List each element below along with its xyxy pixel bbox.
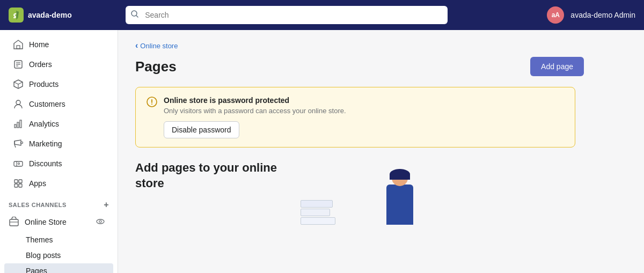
- sidebar-label-home: Home: [29, 40, 49, 49]
- sidebar-item-customers[interactable]: Customers: [4, 94, 113, 114]
- admin-name: avada-demo Admin: [570, 11, 635, 19]
- search-bar[interactable]: [126, 6, 448, 24]
- breadcrumb-label: Online store: [140, 42, 178, 50]
- sidebar-item-discounts[interactable]: Discounts: [4, 154, 113, 173]
- main-layout: Home Orders Products Customers Analytics: [0, 30, 644, 273]
- warning-description: Only visitors with a password can access…: [164, 107, 564, 115]
- customers-icon: [13, 99, 24, 109]
- warning-icon: [147, 97, 157, 110]
- sidebar-item-marketing[interactable]: Marketing: [4, 134, 113, 153]
- sidebar-label-products: Products: [29, 80, 58, 88]
- add-pages-heading: Add pages to your online store: [135, 160, 277, 191]
- marketing-icon: [13, 138, 24, 149]
- svg-point-17: [21, 142, 23, 144]
- sidebar-label-apps: Apps: [29, 179, 46, 188]
- sidebar-item-apps[interactable]: Apps: [4, 174, 113, 193]
- svg-point-20: [18, 163, 20, 165]
- online-store-sub-items: Themes Blog posts Pages Navigation Domai…: [0, 232, 118, 273]
- svg-rect-25: [10, 219, 18, 226]
- svg-rect-13: [17, 122, 19, 128]
- breadcrumb[interactable]: ‹ Online store: [135, 41, 584, 50]
- sidebar-item-products[interactable]: Products: [4, 75, 113, 94]
- svg-line-10: [18, 82, 23, 84]
- sidebar-subitem-blog-posts[interactable]: Blog posts: [4, 248, 113, 263]
- sidebar-item-online-store[interactable]: Online Store: [4, 212, 113, 232]
- svg-rect-23: [14, 184, 18, 187]
- home-icon: [13, 39, 24, 50]
- svg-rect-14: [20, 120, 21, 128]
- svg-point-27: [97, 219, 104, 224]
- sidebar-subitem-pages[interactable]: Pages: [4, 263, 113, 273]
- svg-line-9: [14, 82, 18, 84]
- main-content-area: ‹ Online store Pages Add page Onli: [118, 30, 644, 273]
- svg-point-31: [151, 104, 152, 105]
- sidebar-label-analytics: Analytics: [29, 120, 59, 128]
- password-warning-banner: Online store is password protected Only …: [135, 87, 575, 147]
- shopify-logo-icon: [9, 8, 24, 23]
- sidebar-subitem-themes[interactable]: Themes: [4, 232, 113, 247]
- apps-icon: [13, 178, 24, 189]
- brand-name: avada-demo: [28, 11, 72, 19]
- search-input[interactable]: [126, 6, 448, 24]
- top-header: avada-demo aA avada-demo Admin: [0, 0, 644, 30]
- warning-title: Online store is password protected: [164, 96, 564, 105]
- chevron-left-icon: ‹: [135, 41, 138, 50]
- svg-marker-15: [14, 140, 21, 145]
- sidebar-label-marketing: Marketing: [29, 139, 62, 148]
- sidebar-item-home[interactable]: Home: [4, 35, 113, 54]
- disable-password-button[interactable]: Disable password: [164, 121, 239, 138]
- sales-channels-header: SALES CHANNELS +: [0, 194, 118, 212]
- online-store-icon: [9, 217, 19, 227]
- svg-point-28: [99, 220, 101, 223]
- sidebar-label-discounts: Discounts: [29, 159, 62, 168]
- svg-rect-2: [17, 46, 20, 49]
- sidebar-item-analytics[interactable]: Analytics: [4, 114, 113, 134]
- add-sales-channel-icon[interactable]: +: [104, 200, 109, 210]
- products-icon: [13, 79, 24, 90]
- add-pages-text: Add pages to your online store: [135, 160, 277, 195]
- warning-content: Online store is password protected Only …: [164, 96, 564, 138]
- online-store-label: Online Store: [25, 218, 67, 226]
- add-pages-section: Add pages to your online store: [135, 160, 584, 225]
- svg-line-1: [136, 16, 138, 17]
- sidebar-label-orders: Orders: [29, 60, 52, 69]
- svg-rect-22: [19, 180, 22, 183]
- sidebar-label-customers: Customers: [29, 100, 65, 108]
- brand-logo-area[interactable]: avada-demo: [9, 8, 72, 23]
- illustration-area: [290, 160, 397, 225]
- avatar[interactable]: aA: [547, 6, 564, 24]
- svg-rect-12: [14, 124, 16, 128]
- page-title-row: Pages Add page: [135, 57, 584, 76]
- page-title: Pages: [135, 58, 177, 75]
- sidebar-item-orders[interactable]: Orders: [4, 55, 113, 74]
- online-store-left: Online Store: [9, 217, 67, 227]
- orders-icon: [13, 59, 24, 70]
- discounts-icon: [13, 158, 24, 169]
- svg-rect-21: [14, 180, 18, 183]
- search-icon: [131, 10, 138, 20]
- svg-point-11: [16, 100, 20, 105]
- sidebar: Home Orders Products Customers Analytics: [0, 30, 118, 273]
- analytics-icon: [13, 119, 24, 129]
- svg-rect-24: [19, 184, 22, 187]
- eye-icon[interactable]: [96, 217, 105, 227]
- header-right: aA avada-demo Admin: [547, 6, 635, 24]
- add-page-button[interactable]: Add page: [530, 57, 584, 76]
- sales-channels-label: SALES CHANNELS: [9, 202, 67, 208]
